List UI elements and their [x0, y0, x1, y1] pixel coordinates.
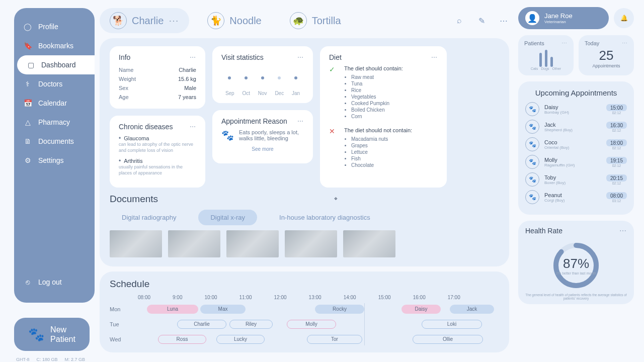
- user-icon: ◯: [23, 22, 32, 31]
- schedule-appt[interactable]: Max: [200, 305, 246, 314]
- edit-icon[interactable]: ✎: [476, 15, 487, 26]
- pet-icon: 🐾: [525, 190, 539, 204]
- cat-icon: 🐈: [207, 12, 224, 29]
- overview-panel: Info⋯ NameCharlieWeight15.6 kgSexMaleAge…: [100, 38, 509, 266]
- schedule-appt[interactable]: Lucky: [216, 335, 265, 344]
- nav-profile[interactable]: ◯Profile: [14, 17, 95, 36]
- schedule-appt[interactable]: Daisy: [401, 305, 441, 314]
- paw-icon: 🐾: [221, 129, 234, 141]
- xray-thumb[interactable]: [343, 230, 395, 257]
- mini-bar: [545, 50, 547, 67]
- tab-charlie[interactable]: 🐕Charlie⋯: [100, 8, 189, 33]
- info-row: Age7 years: [119, 93, 196, 102]
- schedule-appt[interactable]: Ross: [158, 335, 206, 344]
- schedule-appt[interactable]: Charlie: [177, 320, 226, 329]
- sidebar: ◯Profile 🔖Bookmarks ▢Dashboard ⚕Doctors …: [0, 0, 96, 362]
- info-row: NameCharlie: [119, 65, 196, 74]
- info-row: Weight15.6 kg: [119, 74, 196, 83]
- schedule-appt[interactable]: Tor: [307, 335, 362, 344]
- nav-pharmacy[interactable]: △Pharmacy: [14, 113, 95, 132]
- paw-icon: 🐾: [28, 327, 44, 342]
- visit-dot: [245, 76, 248, 79]
- upcoming-panel: Upcoming Appointments 🐾DaisyBombay (GH)1…: [518, 81, 634, 215]
- xray-thumb[interactable]: [285, 230, 337, 257]
- schedule-appt[interactable]: Jack: [450, 305, 494, 314]
- card-menu-icon[interactable]: ⋯: [622, 40, 628, 47]
- nav-documents[interactable]: 🗎Documents: [14, 132, 95, 151]
- user-menu[interactable]: 👤 Jane RoeVeterinarian: [518, 7, 609, 29]
- card-menu-icon[interactable]: ⋯: [190, 54, 196, 61]
- xray-thumb[interactable]: [226, 230, 279, 257]
- visit-dot: [278, 76, 281, 79]
- documents-section: Documents Digital radiography Digital x-…: [110, 194, 499, 257]
- schedule-appt[interactable]: Loki: [422, 320, 482, 329]
- card-menu-icon[interactable]: ⋯: [297, 118, 304, 125]
- card-menu-icon[interactable]: ⋯: [431, 54, 438, 61]
- pet-icon: 🐾: [525, 102, 539, 116]
- upcoming-item[interactable]: 🐾DaisyBombay (GH)15:0002:12: [525, 102, 627, 116]
- schedule-appt[interactable]: Ollie: [413, 335, 483, 344]
- schedule-appt[interactable]: Molly: [287, 320, 336, 329]
- nav-bookmarks[interactable]: 🔖Bookmarks: [14, 36, 95, 55]
- patients-mini-card: Patients⋯ CatsDogsOther: [518, 35, 574, 75]
- schedule-appt[interactable]: Riley: [229, 320, 273, 329]
- card-menu-icon[interactable]: ⋯: [297, 54, 304, 61]
- notifications-button[interactable]: 🔔: [614, 8, 634, 28]
- logout-button[interactable]: ⎋Log out: [14, 270, 95, 294]
- visit-dot: [294, 76, 297, 79]
- reason-card: Appointment Reason⋯ 🐾Eats poorly, sleeps…: [212, 110, 313, 163]
- see-more-link[interactable]: See more: [221, 146, 304, 152]
- visit-dot: [261, 76, 264, 79]
- footer-info: GHT-8C: 180 GBM: 2.7 GB: [14, 357, 96, 362]
- schedule-row: WedRossLuckyTorOllie: [110, 333, 499, 345]
- chronic-item: Arthritisusually painful sensations in t…: [119, 157, 196, 176]
- schedule-row: TueCharlieRileyMollyLoki: [110, 318, 499, 330]
- main: 🐕Charlie⋯ 🐈Noodle 🐢Tortilla ⌕ ✎ ⋯ Info⋯ …: [96, 0, 518, 362]
- nav-dashboard[interactable]: ▢Dashboard: [17, 55, 95, 74]
- chronic-card: Chronic diseases⋯ Glaucomacan lead to at…: [110, 116, 205, 188]
- turtle-icon: 🐢: [290, 12, 307, 29]
- upcoming-item[interactable]: 🐾MollyRagamuffin (GH)19:1502:12: [525, 155, 627, 169]
- card-menu-icon[interactable]: ⋯: [190, 123, 196, 130]
- rightbar: 👤 Jane RoeVeterinarian 🔔 Patients⋯ CatsD…: [518, 0, 644, 362]
- upcoming-item[interactable]: 🐾CocoOriental (Boy)18:0002:12: [525, 137, 627, 151]
- schedule-appt[interactable]: Luna: [147, 305, 198, 314]
- patient-tabs: 🐕Charlie⋯ 🐈Noodle 🐢Tortilla ⌕ ✎ ⋯: [100, 8, 509, 33]
- nav-calendar[interactable]: 📅Calendar: [14, 94, 95, 113]
- more-icon[interactable]: ⋯: [498, 15, 509, 26]
- check-icon: ✓: [329, 65, 337, 120]
- visit-dot: [228, 76, 231, 79]
- pharmacy-icon: △: [23, 118, 32, 127]
- tab-tortilla[interactable]: 🐢Tortilla: [280, 8, 351, 33]
- schedule-appt[interactable]: Rocky: [315, 305, 364, 314]
- chronic-item: Glaucomacan lead to atrophy of the optic…: [119, 135, 196, 153]
- doc-tab-lab[interactable]: In-house laboratory diagnostics: [267, 210, 382, 225]
- upcoming-item[interactable]: 🐾TobyBoxer (Boy)20:1502:12: [525, 172, 627, 187]
- tab-menu-icon[interactable]: ⋯: [169, 15, 179, 27]
- pet-icon: 🐾: [525, 155, 539, 169]
- doc-tab-radiography[interactable]: Digital radiography: [110, 210, 188, 225]
- health-rate-panel: Health Rate⋯ 87%2% better than last mont…: [518, 221, 634, 304]
- logout-icon: ⎋: [23, 278, 32, 287]
- nav-settings[interactable]: ⚙Settings: [14, 151, 95, 170]
- doctor-icon: ⚕: [23, 79, 32, 88]
- schedule-row: MonLunaMaxRockyDaisyJack: [110, 303, 499, 315]
- nav-doctors[interactable]: ⚕Doctors: [14, 74, 95, 94]
- bookmark-icon: 🔖: [23, 41, 32, 50]
- card-menu-icon[interactable]: ⋯: [561, 40, 568, 47]
- upcoming-item[interactable]: 🐾PeanutCorgi (Boy)08:0003:12: [525, 190, 627, 204]
- cross-icon: ✕: [329, 127, 337, 169]
- upcoming-item[interactable]: 🐾JackShepherd (Boy)16:3002:12: [525, 120, 627, 134]
- card-menu-icon[interactable]: ⋯: [619, 227, 627, 235]
- calendar-icon: 📅: [23, 99, 32, 108]
- bell-icon: 🔔: [620, 15, 628, 22]
- avatar-icon: 👤: [525, 11, 539, 25]
- new-patient-button[interactable]: 🐾 NewPatient: [14, 318, 90, 351]
- xray-thumb[interactable]: [168, 230, 220, 257]
- tab-noodle[interactable]: 🐈Noodle: [197, 8, 271, 33]
- xray-thumb[interactable]: [110, 230, 162, 257]
- search-icon[interactable]: ⌕: [454, 15, 465, 26]
- doc-tab-xray[interactable]: Digital x-ray: [198, 210, 257, 225]
- mini-bar: [550, 57, 553, 67]
- diet-card: Diet⋯ ✓The diet should contain:Raw meatT…: [320, 46, 447, 188]
